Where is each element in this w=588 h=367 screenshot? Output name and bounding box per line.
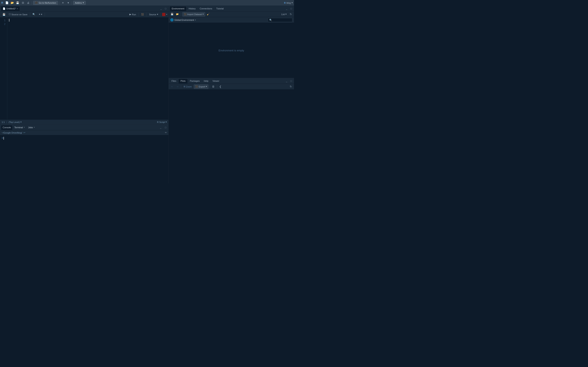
import-dataset-btn[interactable]: ⬛ Import Dataset ▾ [182, 12, 205, 17]
terminal-tab-close[interactable]: × [24, 126, 25, 128]
goto-file-btn[interactable]: ⬛ Go to file/function [33, 1, 58, 5]
status-level[interactable]: (Top Level) ▾ [9, 121, 21, 123]
connections-tab-label: Connections [200, 7, 212, 10]
etb-sep-2 [45, 13, 45, 16]
addins-btn[interactable]: Addins ▾ [73, 1, 86, 5]
env-tab-tutorial[interactable]: Tutorial [214, 6, 226, 11]
env-save-btn[interactable]: 💾 [170, 12, 174, 17]
toolbar-icon-1[interactable]: ≡ [61, 1, 65, 5]
files-tab-plots[interactable]: Plots [178, 78, 188, 83]
console-content[interactable]: > [0, 135, 168, 184]
files-maximize-btn[interactable]: □ [289, 79, 293, 83]
console-maximize-btn[interactable]: □ [164, 125, 168, 129]
addins-label: Addins [75, 2, 82, 4]
list-view-btn[interactable]: List ▾ [280, 12, 288, 16]
plots-back-btn[interactable]: ← [170, 84, 174, 89]
etb-sep-1 [30, 13, 30, 16]
env-maximize-btn[interactable]: □ [289, 7, 293, 11]
print-btn[interactable]: 🖨 [26, 1, 30, 5]
line-num-2: 2 [0, 22, 6, 26]
export-btn[interactable]: ⬛ Export ▾ [194, 84, 208, 89]
files-tab-viewer[interactable]: Viewer [210, 78, 221, 83]
env-selector[interactable]: Global Environment ▾ [174, 19, 196, 21]
run-btn[interactable]: ▶ Run [128, 13, 137, 16]
status-script-type[interactable]: R Script ▾ [157, 121, 167, 123]
status-sep: | [6, 121, 7, 123]
editor-code-tools-btn[interactable]: ✦ ▾ [37, 12, 43, 17]
toolbar-sep-1 [32, 1, 32, 5]
env-load-btn[interactable]: 📂 [175, 12, 180, 17]
editor-save-btn[interactable]: 💾 [1, 12, 7, 17]
toolbar-icon-2[interactable]: ▾ [66, 1, 70, 5]
env-section: Environment History Connections Tutorial… [169, 6, 294, 78]
cursor-line [9, 19, 167, 22]
text-cursor [9, 19, 9, 22]
export-label: Export [199, 85, 205, 88]
files-tab-help[interactable]: Help [202, 78, 210, 83]
script-type-label: R Script [157, 121, 165, 123]
files-tab-files[interactable]: Files [169, 78, 178, 83]
env-minimize-btn[interactable]: _ [285, 7, 289, 11]
editor-tab-untitled1[interactable]: 📄 Untitled1* × [1, 6, 20, 11]
save-btn[interactable]: 💾 [15, 1, 20, 5]
files-tb-sep-1 [181, 85, 181, 89]
console-minimize-btn[interactable]: _ [159, 125, 163, 129]
console-tab-jobs[interactable]: Jobs × [26, 125, 36, 130]
console-tab-terminal[interactable]: Terminal × [13, 125, 26, 130]
addins-chevron: ▾ [83, 1, 84, 4]
new-file-btn[interactable]: 📄 [5, 1, 9, 5]
editor-toolbar: 💾 ☐ Source on Save 🔍 ✦ ▾ ▶ Run ⬛ S [0, 11, 168, 17]
editor-minimize-btn[interactable]: _ [159, 7, 163, 11]
editor-maximize-btn[interactable]: □ [164, 7, 168, 11]
env-tab-history[interactable]: History [187, 6, 198, 11]
globe-icon: 🌐 [170, 18, 173, 21]
console-clear-btn[interactable]: ✏ [165, 131, 167, 134]
console-path[interactable]: ~/Google Drive/blog/ [2, 132, 22, 134]
jobs-tab-close[interactable]: × [34, 126, 35, 128]
editor-text-area[interactable] [7, 17, 168, 119]
stop-btn[interactable] [162, 13, 165, 16]
env-toolbar: 💾 📂 ⬛ Import Dataset ▾ 🧹 List ▾ ↻ [169, 11, 294, 17]
history-tab-label: History [189, 7, 196, 10]
plots-delete-btn[interactable]: 🗑 [211, 84, 216, 89]
editor-search-btn[interactable]: 🔍 [31, 12, 36, 17]
run-icon: ▶ [130, 13, 131, 16]
env-broom-btn[interactable]: 🧹 [206, 12, 210, 17]
run-label: Run [132, 13, 136, 16]
plots-forward-btn[interactable]: → [175, 84, 180, 89]
env-tab-right: _ □ [285, 7, 293, 11]
viewer-tab-label: Viewer [213, 80, 219, 82]
env-tab-connections[interactable]: Connections [198, 6, 214, 11]
editor-tab-right: _ □ [159, 7, 168, 11]
knit-btn[interactable]: ⬛ [140, 12, 145, 17]
console-redirect-icon[interactable]: ↩ [24, 131, 25, 134]
files-tb-sep-2 [210, 85, 210, 89]
toolbar-sep-2 [59, 1, 60, 5]
open-file-btn[interactable]: 📂 [10, 1, 15, 5]
files-minimize-btn[interactable]: _ [285, 79, 289, 83]
top-toolbar: R 📄 📂 💾 ⊟ 🖨 ⬛ Go to file/function ≡ ▾ Ad… [0, 0, 294, 6]
editor-options-btn[interactable]: ▾ [166, 13, 167, 16]
list-chevron: ▾ [285, 13, 287, 16]
editor-source-on-save[interactable]: ☐ Source on Save [8, 12, 29, 17]
terminal-tab-label: Terminal [14, 126, 23, 129]
env-search-input[interactable] [268, 18, 292, 22]
editor-content[interactable]: 1 2 [0, 17, 168, 119]
env-selector-label: Global Environment [174, 19, 194, 21]
env-refresh-btn[interactable]: ↻ [289, 12, 293, 16]
zoom-btn[interactable]: ⊞ Zoom [182, 84, 193, 89]
plots-prev-btn[interactable]: ❮ [218, 84, 223, 89]
console-tab-console[interactable]: Console [1, 125, 13, 130]
main-layout: 📄 Untitled1* × _ □ 💾 ☐ Source on Save [0, 6, 294, 184]
files-tab-packages[interactable]: Packages [188, 78, 202, 83]
editor-tab-close[interactable]: × [17, 8, 18, 10]
env-tab-environment[interactable]: Environment [169, 6, 187, 11]
import-icon: ⬛ [184, 13, 187, 16]
source-save-checkbox[interactable]: ☐ [9, 13, 11, 16]
right-panel: Environment History Connections Tutorial… [169, 6, 294, 184]
console-input-cursor [3, 137, 4, 140]
save-all-btn[interactable]: ⊟ [21, 1, 25, 5]
line-num-1: 1 [0, 19, 6, 22]
files-refresh-btn[interactable]: ↻ [289, 85, 293, 89]
source-btn[interactable]: Source ▾ [148, 13, 159, 16]
